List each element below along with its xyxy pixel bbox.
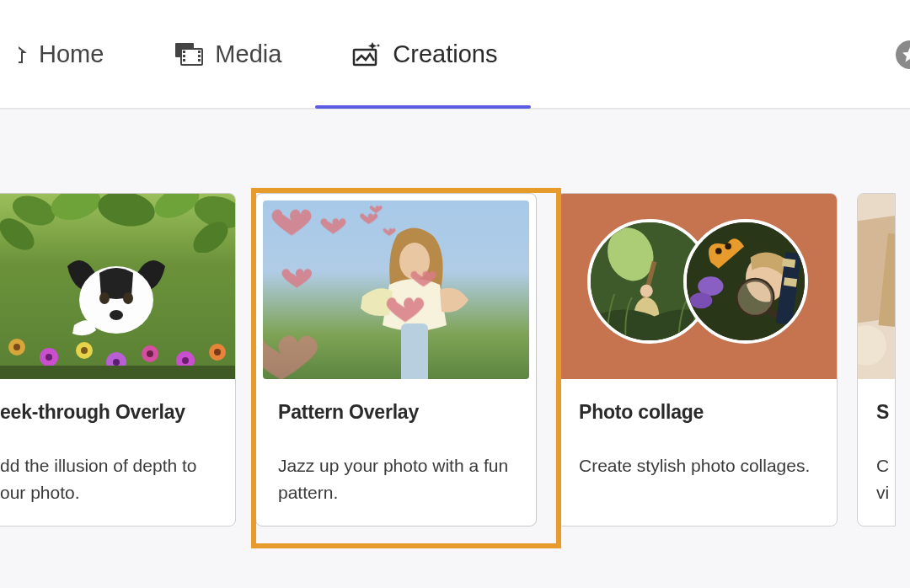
card-description: dd the illusion of depth to our photo. (0, 452, 213, 505)
top-nav-bar: Home Media (0, 0, 910, 109)
creations-card-row: eek-through Overlay dd the illusion of d… (0, 193, 910, 527)
star-badge[interactable] (896, 40, 910, 69)
nav-creations[interactable]: Creations (315, 0, 531, 108)
svg-point-10 (47, 194, 104, 225)
creations-icon (352, 41, 381, 67)
card-body: eek-through Overlay dd the illusion of d… (0, 379, 235, 526)
card-slideshow[interactable]: S C vi (857, 193, 896, 527)
svg-point-18 (123, 292, 133, 304)
nav-creations-label: Creations (393, 40, 497, 68)
card-description: Jazz up your photo with a fun pattern. (278, 452, 514, 505)
nav-media-label: Media (215, 40, 281, 68)
svg-point-49 (738, 280, 774, 315)
svg-point-44 (725, 243, 731, 250)
svg-rect-5 (198, 51, 201, 53)
svg-point-21 (13, 344, 20, 350)
nav-items-container: Home Media (0, 0, 531, 108)
svg-point-33 (214, 349, 221, 355)
card-title: eek-through Overlay (0, 401, 213, 424)
card-photo-collage[interactable]: Photo collage Create stylish photo colla… (556, 193, 838, 527)
svg-rect-7 (198, 59, 201, 61)
svg-rect-34 (0, 366, 235, 379)
svg-point-11 (95, 194, 158, 231)
media-icon (174, 42, 203, 66)
card-thumbnail (0, 194, 235, 379)
card-pattern-overlay[interactable]: Pattern Overlay Jazz up your photo with … (255, 193, 537, 527)
card-thumbnail (557, 194, 837, 379)
svg-point-29 (147, 350, 153, 357)
nav-media[interactable]: Media (137, 0, 315, 108)
home-icon (19, 40, 27, 68)
card-body: S C vi (858, 379, 895, 526)
card-title: S (876, 401, 895, 424)
svg-rect-3 (183, 55, 185, 57)
nav-home[interactable]: Home (0, 0, 137, 108)
card-body: Photo collage Create stylish photo colla… (557, 379, 837, 500)
nav-home-label: Home (39, 40, 104, 68)
card-thumbnail (256, 194, 536, 379)
svg-point-41 (640, 285, 653, 297)
svg-point-17 (99, 292, 110, 304)
svg-point-23 (46, 354, 52, 361)
card-title: Pattern Overlay (278, 401, 514, 424)
svg-point-27 (113, 359, 120, 366)
svg-rect-2 (183, 51, 185, 53)
svg-point-31 (182, 357, 189, 364)
svg-rect-4 (183, 59, 185, 61)
svg-rect-6 (198, 55, 201, 57)
card-description: C vi (876, 452, 895, 505)
card-peek-through-overlay[interactable]: eek-through Overlay dd the illusion of d… (0, 193, 236, 527)
star-icon (902, 46, 910, 63)
card-thumbnail (858, 194, 895, 379)
svg-point-25 (81, 347, 88, 354)
svg-point-46 (690, 292, 712, 308)
svg-point-43 (715, 248, 722, 254)
card-body: Pattern Overlay Jazz up your photo with … (256, 379, 536, 526)
card-description: Create stylish photo collages. (579, 452, 815, 479)
card-title: Photo collage (579, 401, 815, 424)
content-area: eek-through Overlay dd the illusion of d… (0, 109, 910, 588)
